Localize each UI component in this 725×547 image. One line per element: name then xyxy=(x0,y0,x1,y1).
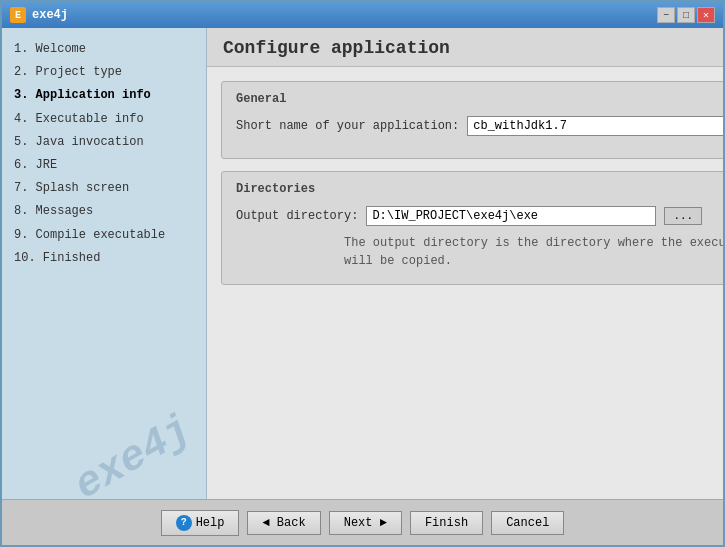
sidebar-item-compile-executable[interactable]: 9. Compile executable xyxy=(10,224,198,247)
back-button[interactable]: ◄ Back xyxy=(247,511,320,535)
sidebar-item-messages[interactable]: 8. Messages xyxy=(10,200,198,223)
main-window: E exe4j − □ ✕ 1. Welcome 2. Project type… xyxy=(0,0,725,547)
sidebar: 1. Welcome 2. Project type 3. Applicatio… xyxy=(2,28,207,499)
cancel-button[interactable]: Cancel xyxy=(491,511,564,535)
general-section-title: General xyxy=(236,92,723,106)
short-name-row: Short name of your application: xyxy=(236,116,723,136)
browse-button[interactable]: ... xyxy=(664,207,702,225)
app-icon: E xyxy=(10,7,26,23)
directories-section: Directories Output directory: ... The ou… xyxy=(221,171,723,285)
sidebar-item-finished[interactable]: 10. Finished xyxy=(10,247,198,270)
directories-section-title: Directories xyxy=(236,182,723,196)
page-title: Configure application xyxy=(223,38,723,58)
close-button[interactable]: ✕ xyxy=(697,7,715,23)
footer: ? Help ◄ Back Next ► Finish Cancel xyxy=(2,499,723,545)
title-bar-left: E exe4j xyxy=(10,7,68,23)
main-content: 1. Welcome 2. Project type 3. Applicatio… xyxy=(2,28,723,499)
output-dir-row: Output directory: ... xyxy=(236,206,723,226)
output-dir-label: Output directory: xyxy=(236,209,358,223)
sidebar-item-project-type[interactable]: 2. Project type xyxy=(10,61,198,84)
minimize-button[interactable]: − xyxy=(657,7,675,23)
help-icon: ? xyxy=(176,515,192,531)
short-name-label: Short name of your application: xyxy=(236,119,459,133)
help-button[interactable]: ? Help xyxy=(161,510,240,536)
content-area: Configure application General Short name… xyxy=(207,28,723,499)
sidebar-item-jre[interactable]: 6. JRE xyxy=(10,154,198,177)
watermark: exe4j xyxy=(68,408,198,499)
maximize-button[interactable]: □ xyxy=(677,7,695,23)
window-title: exe4j xyxy=(32,8,68,22)
sidebar-item-application-info[interactable]: 3. Application info xyxy=(10,84,198,107)
sidebar-item-executable-info[interactable]: 4. Executable info xyxy=(10,108,198,131)
output-dir-input[interactable] xyxy=(366,206,656,226)
sidebar-item-java-invocation[interactable]: 5. Java invocation xyxy=(10,131,198,154)
content-header: Configure application xyxy=(207,28,723,67)
title-controls: − □ ✕ xyxy=(657,7,715,23)
finish-button[interactable]: Finish xyxy=(410,511,483,535)
short-name-input[interactable] xyxy=(467,116,723,136)
sidebar-item-splash-screen[interactable]: 7. Splash screen xyxy=(10,177,198,200)
general-section: General Short name of your application: xyxy=(221,81,723,159)
title-bar: E exe4j − □ ✕ xyxy=(2,2,723,28)
content-body: General Short name of your application: … xyxy=(207,67,723,499)
next-button[interactable]: Next ► xyxy=(329,511,402,535)
sidebar-item-welcome[interactable]: 1. Welcome xyxy=(10,38,198,61)
output-dir-help: The output directory is the directory wh… xyxy=(344,234,723,270)
